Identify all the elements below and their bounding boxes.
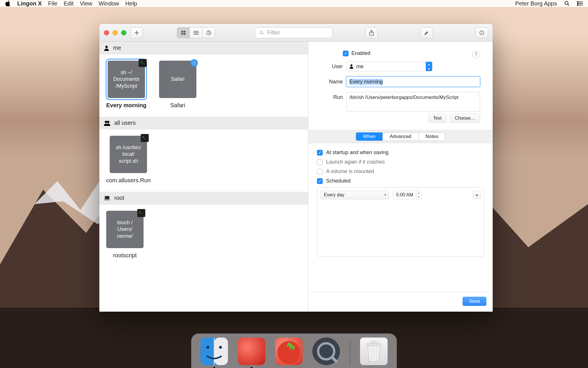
user-icon (349, 64, 353, 69)
svg-text:>_: >_ (142, 135, 146, 139)
dock (191, 334, 397, 368)
check-relaunch[interactable] (317, 159, 323, 165)
tab-when[interactable]: When (356, 133, 383, 141)
svg-line-21 (262, 33, 264, 34)
traffic-lights (104, 30, 126, 35)
user-icon (104, 45, 109, 51)
dock-separator (350, 341, 350, 365)
zoom-window-button[interactable] (121, 30, 126, 35)
menu-view[interactable]: View (80, 0, 92, 7)
svg-rect-50 (371, 341, 377, 343)
titlebar: Filter (99, 24, 493, 42)
svg-rect-38 (104, 200, 110, 200)
job-card-com-allusers-run[interactable]: sh /usr/bin/ local/ script.sh >_ com.all… (106, 136, 151, 184)
schedule-time-field[interactable]: 5:00 AM ▲▼ (393, 191, 421, 199)
time-stepper[interactable]: ▲▼ (416, 191, 421, 199)
schedule-frequency-popup[interactable]: Every day ▲▼ (320, 191, 389, 199)
svg-point-7 (577, 5, 578, 5)
choose-button[interactable]: Choose… (450, 114, 480, 122)
view-list-button[interactable] (190, 28, 202, 38)
edit-button[interactable] (420, 27, 433, 38)
menu-file[interactable]: File (48, 0, 57, 7)
terminal-icon: >_ (139, 59, 147, 67)
job-card-every-morning[interactable]: sh ~/ Documents /MyScript >_ Every morni… (106, 61, 146, 109)
name-label: Name (308, 79, 343, 85)
dock-trash[interactable] (360, 338, 388, 365)
users-icon (104, 120, 110, 126)
job-card-safari[interactable]: Safari Safari (159, 61, 196, 109)
tab-advanced[interactable]: Advanced (383, 133, 419, 141)
dock-app-2[interactable] (238, 338, 265, 365)
filter-search[interactable]: Filter (255, 27, 332, 38)
svg-point-45 (219, 346, 222, 349)
jobs-list: me sh ~/ Documents /MyScript >_ Every mo… (99, 42, 308, 312)
dock-app-3[interactable] (275, 338, 303, 365)
close-window-button[interactable] (104, 30, 109, 35)
user-popup[interactable]: me ▲▼ (346, 62, 432, 71)
svg-line-19 (209, 33, 210, 34)
new-job-button[interactable] (130, 27, 143, 38)
view-info-button[interactable] (202, 28, 215, 38)
terminal-icon: >_ (137, 209, 145, 217)
svg-rect-12 (181, 33, 183, 35)
svg-rect-49 (366, 343, 381, 346)
enabled-label: Enabled (351, 50, 370, 56)
svg-point-33 (105, 121, 107, 123)
section-header-me[interactable]: me (99, 42, 308, 54)
job-card-rootscript[interactable]: touch / Users/ nenne/ >_ rootscript (106, 211, 144, 259)
svg-point-31 (191, 60, 197, 66)
check-startup[interactable] (317, 150, 323, 156)
detail-tabs: When Advanced Notes (356, 132, 445, 141)
apple-menu[interactable] (5, 1, 11, 6)
dock-finder[interactable] (200, 338, 228, 365)
enabled-checkbox[interactable] (343, 51, 349, 56)
tab-notes[interactable]: Notes (419, 133, 445, 141)
menubar: Lingon X File Edit View Window Help Pete… (0, 0, 588, 7)
menu-edit[interactable]: Edit (64, 0, 74, 7)
save-button[interactable]: Save (463, 297, 486, 306)
svg-rect-43 (214, 338, 228, 365)
svg-rect-11 (184, 31, 185, 32)
terminal-icon: >_ (141, 134, 149, 142)
dock-quicktime[interactable] (312, 338, 340, 365)
name-field[interactable]: Every morning (346, 76, 480, 87)
svg-point-26 (481, 31, 482, 32)
user-label: User (308, 64, 343, 70)
run-field[interactable]: /bin/sh /Users/peterborgapps/Documents/M… (346, 92, 480, 112)
menubar-right-label[interactable]: Peter Borg Apps (515, 0, 557, 7)
section-header-root[interactable]: root (99, 192, 308, 204)
svg-point-34 (107, 121, 109, 123)
main-window: Filter me sh ~/ Documents /MyScript (99, 24, 493, 312)
svg-rect-10 (181, 31, 183, 32)
share-button[interactable] (365, 27, 378, 38)
filter-placeholder: Filter (267, 29, 280, 36)
spotlight-icon[interactable] (564, 0, 570, 7)
run-label: Run (308, 94, 343, 100)
laptop-icon (104, 196, 110, 200)
svg-line-1 (568, 4, 569, 5)
help-button[interactable]: ? (472, 50, 480, 58)
svg-point-44 (206, 346, 209, 349)
menu-help[interactable]: Help (125, 0, 137, 7)
svg-point-0 (565, 1, 568, 5)
svg-point-20 (260, 31, 263, 34)
svg-text:>_: >_ (139, 210, 142, 214)
detail-panel: Enabled ? User me ▲▼ (308, 42, 493, 312)
search-icon (259, 30, 264, 35)
test-button[interactable]: Test (428, 114, 446, 122)
svg-rect-13 (184, 33, 185, 35)
svg-text:>_: >_ (140, 60, 144, 64)
app-name[interactable]: Lingon X (17, 0, 42, 7)
add-schedule-button[interactable]: ＋ (473, 191, 481, 199)
info-button[interactable] (475, 27, 488, 38)
schedule-list: Every day ▲▼ 5:00 AM ▲▼ ＋ (317, 187, 484, 256)
check-scheduled[interactable] (317, 178, 323, 184)
svg-point-27 (105, 46, 108, 48)
svg-point-41 (351, 64, 353, 66)
menu-window[interactable]: Window (98, 0, 119, 7)
minimize-window-button[interactable] (113, 30, 118, 35)
notification-center-icon[interactable] (577, 1, 583, 6)
view-grid-button[interactable] (177, 28, 190, 38)
section-header-all-users[interactable]: all users (99, 117, 308, 129)
check-volume-mounted[interactable] (317, 169, 323, 175)
